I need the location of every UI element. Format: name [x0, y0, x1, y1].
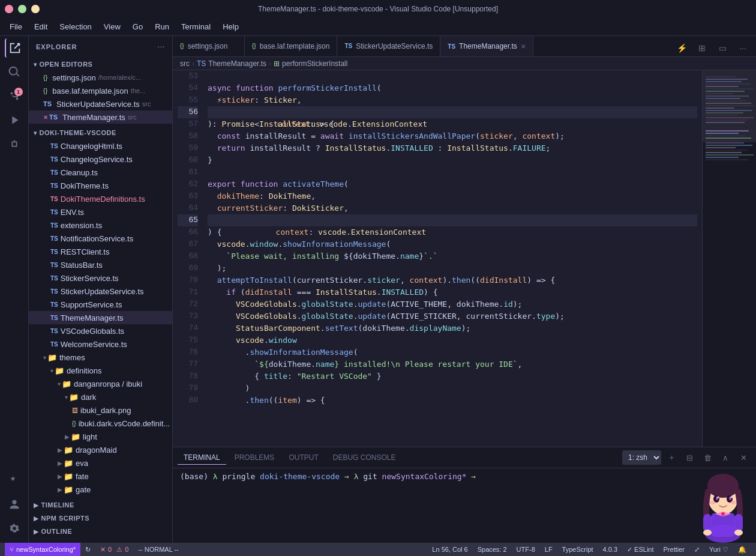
npm-chevron: ▶ — [34, 515, 39, 522]
menu-run[interactable]: Run — [150, 21, 174, 32]
file-restclient[interactable]: TS RESTClient.ts — [29, 245, 172, 258]
folder-themes[interactable]: ▾ 📁 themes — [29, 351, 172, 364]
open-editor-settings-json[interactable]: {} settings.json /home/alex/c... — [29, 71, 172, 84]
outline-header[interactable]: ▶ OUTLINE — [29, 525, 172, 538]
status-encoding[interactable]: UTF-8 — [512, 543, 540, 556]
activity-explorer[interactable] — [5, 38, 24, 58]
activity-settings[interactable] — [5, 519, 24, 538]
tab-split-editor[interactable]: ⚡ — [673, 40, 690, 56]
terminal-content[interactable]: (base) λ pringle doki-theme-vscode → λ g… — [173, 468, 756, 543]
status-remote-icon[interactable]: ⤢ — [689, 543, 704, 556]
terminal-trash-icon[interactable]: 🗑 — [700, 450, 715, 465]
menu-help[interactable]: Help — [218, 21, 244, 32]
menu-terminal[interactable]: Terminal — [176, 21, 215, 32]
tab-layout[interactable]: ⊞ — [694, 40, 710, 56]
tab-panel[interactable]: ▭ — [714, 40, 731, 56]
file-extension[interactable]: TS extension.ts — [29, 219, 172, 232]
tab-theme-manager[interactable]: TS ThemeManager.ts ✕ — [440, 36, 533, 56]
file-dokitheme[interactable]: TS DokiTheme.ts — [29, 179, 172, 192]
status-prettier[interactable]: Prettier — [659, 543, 689, 556]
folder-icon8: 📁 — [64, 472, 73, 481]
file-ibuki-json[interactable]: {} ibuki.dark.vsCode.definit... — [29, 417, 172, 430]
terminal-shell-selector[interactable]: 1: zsh — [622, 450, 661, 465]
menu-edit[interactable]: Edit — [29, 21, 52, 32]
menu-go[interactable]: Go — [128, 21, 148, 32]
file-vscodeglobals[interactable]: TS VSCodeGlobals.ts — [29, 324, 172, 337]
tab-more[interactable]: ··· — [734, 40, 751, 56]
open-editors-header[interactable]: ▾ OPEN EDITORS — [29, 58, 172, 71]
code-line-64: currentSticker: DokiSticker, — [208, 202, 697, 214]
file-statusbar[interactable]: TS StatusBar.ts — [29, 258, 172, 271]
folder-icon6: 📁 — [64, 446, 73, 455]
file-changeloghtml[interactable]: TS ChangelogHtml.ts — [29, 139, 172, 153]
status-eslint[interactable]: ✓ ESLint — [622, 543, 658, 556]
folder-icon9: 📁 — [64, 485, 73, 494]
terminal-tab-debug[interactable]: DEBUG CONSOLE — [327, 451, 402, 465]
minimize-button[interactable] — [18, 5, 26, 13]
terminal-tab-problems[interactable]: PROBLEMS — [229, 451, 281, 465]
activity-search[interactable] — [5, 62, 24, 82]
status-language[interactable]: TypeScript — [557, 543, 598, 556]
status-git-branch[interactable]: ⑂ newSyntaxColoring* — [5, 543, 80, 556]
status-user[interactable]: Yuri ♡ — [704, 543, 733, 556]
maximize-button[interactable] — [31, 5, 40, 13]
terminal-tab-terminal[interactable]: TERMINAL — [178, 451, 226, 465]
terminal-new-icon[interactable]: ＋ — [664, 450, 679, 465]
tab-close-icon[interactable]: ✕ — [521, 43, 526, 50]
open-editor-theme-manager[interactable]: ✕ TS ThemeManager.ts src — [29, 110, 172, 124]
folder-gate[interactable]: ▶ 📁 gate — [29, 483, 172, 496]
sidebar-more-icon[interactable]: ··· — [158, 43, 165, 50]
file-thememanager[interactable]: TS ThemeManager.ts — [29, 311, 172, 324]
file-cleanup[interactable]: TS Cleanup.ts — [29, 166, 172, 179]
status-line-ending[interactable]: LF — [540, 543, 557, 556]
folder-dragonmaid[interactable]: ▶ 📁 dragonMaid — [29, 443, 172, 456]
file-supportservice[interactable]: TS SupportService.ts — [29, 298, 172, 311]
folder-definitions[interactable]: ▾ 📁 definitions — [29, 364, 172, 377]
menu-view[interactable]: View — [99, 21, 125, 32]
status-right: Ln 56, Col 6 Spaces: 2 UTF-8 LF TypeScri… — [427, 543, 751, 556]
file-stickerservice[interactable]: TS StickerService.ts — [29, 271, 172, 285]
tab-base-laf[interactable]: {} base.laf.template.json — [245, 36, 337, 56]
npm-scripts-header[interactable]: ▶ NPM SCRIPTS — [29, 512, 172, 525]
file-env[interactable]: TS ENV.ts — [29, 205, 172, 219]
terminal-chevron-up-icon[interactable]: ∧ — [718, 450, 733, 465]
activity-remote[interactable] — [5, 471, 24, 490]
file-notificationservice[interactable]: TS NotificationService.ts — [29, 232, 172, 245]
terminal-tab-output[interactable]: OUTPUT — [283, 451, 324, 465]
line-num: 57 — [178, 118, 198, 130]
status-errors[interactable]: ✕ 0 ⚠ 0 — [95, 543, 133, 556]
folder-danganronpa[interactable]: ▾ 📁 danganronpa / ibuki — [29, 377, 172, 390]
folder-eva[interactable]: ▶ 📁 eva — [29, 456, 172, 470]
tab-sticker-service[interactable]: TS StickerUpdateService.ts — [337, 36, 440, 56]
status-position[interactable]: Ln 56, Col 6 — [427, 543, 472, 556]
status-sync[interactable]: ↻ — [80, 543, 95, 556]
activity-run[interactable] — [5, 110, 24, 130]
open-editor-base-laf[interactable]: {} base.laf.template.json the... — [29, 84, 172, 97]
activity-account[interactable] — [5, 495, 24, 514]
tab-label2: base.laf.template.json — [260, 42, 330, 50]
folder-light[interactable]: ▶ 📁 light — [29, 430, 172, 443]
tab-settings-json[interactable]: {} settings.json — [173, 36, 245, 56]
file-ibuki-png[interactable]: 🖼 ibuki_dark.png — [29, 403, 172, 417]
sidebar-content[interactable]: ▾ OPEN EDITORS {} settings.json /home/al… — [29, 58, 172, 543]
terminal-close-icon[interactable]: ✕ — [736, 450, 751, 465]
close-button[interactable] — [5, 5, 13, 13]
activity-extensions[interactable] — [5, 134, 24, 154]
file-changelogservice[interactable]: TS ChangelogService.ts — [29, 153, 172, 166]
status-spaces[interactable]: Spaces: 2 — [473, 543, 512, 556]
file-stickerupdateservice[interactable]: TS StickerUpdateService.ts — [29, 285, 172, 298]
terminal-split-icon[interactable]: ⊟ — [682, 450, 697, 465]
folder-dark[interactable]: ▾ 📁 dark — [29, 390, 172, 403]
activity-source-control[interactable]: 1 — [5, 86, 24, 106]
file-dokithemedefs[interactable]: TS DokiThemeDefinitions.ts — [29, 192, 172, 205]
open-editor-sticker-service[interactable]: TS StickerUpdateService.ts src — [29, 97, 172, 110]
code-editor[interactable]: 53 54 55 56 57 58 59 60 61 62 63 64 65 6… — [173, 70, 702, 447]
file-welcomeservice[interactable]: TS WelcomeService.ts — [29, 337, 172, 351]
timeline-header[interactable]: ▶ TIMELINE — [29, 498, 172, 512]
menu-selection[interactable]: Selection — [55, 21, 96, 32]
folder-fate[interactable]: ▶ 📁 fate — [29, 470, 172, 483]
menu-file[interactable]: File — [5, 21, 27, 32]
status-bell[interactable]: 🔔 — [733, 543, 751, 556]
project-header[interactable]: ▾ DOKI-THEME-VSCODE — [29, 126, 172, 139]
status-version[interactable]: 4.0.3 — [598, 543, 622, 556]
